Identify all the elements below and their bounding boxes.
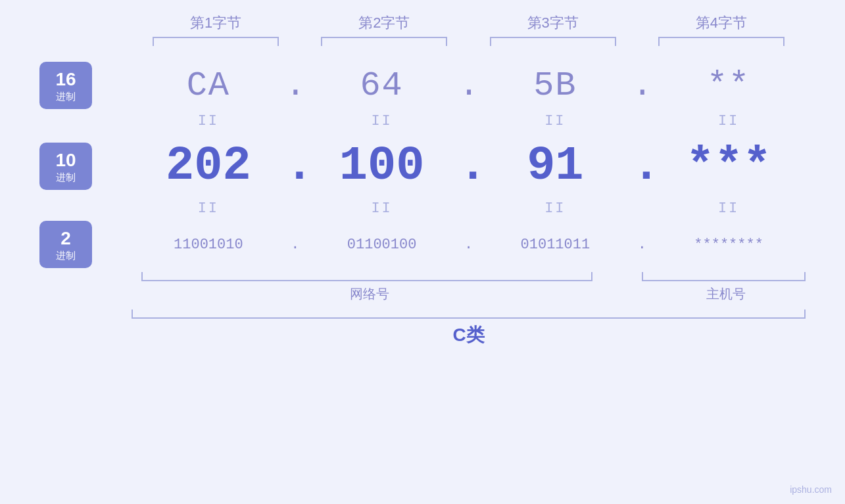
network-label: 网络号 — [350, 286, 389, 301]
hex-badge: 16 进制 — [39, 62, 92, 109]
eq1-3: II — [479, 113, 633, 129]
top-brackets — [39, 37, 806, 46]
dec-v4: *** — [686, 139, 771, 193]
dec-values: 202 . 100 . 91 . *** — [132, 139, 806, 193]
bin-v2: 01100100 — [347, 237, 417, 253]
dec-badge-num: 10 — [55, 149, 76, 172]
eq2-4: II — [652, 200, 806, 217]
dec-v2: 100 — [339, 139, 425, 193]
network-host-labels: 网络号 主机号 — [39, 285, 806, 303]
bin-v1: 11001010 — [174, 237, 243, 253]
hex-row: 16 进制 CA . 64 . 5B . ** — [39, 59, 806, 112]
main-container: 第1字节 第2字节 第3字节 第4字节 16 进制 CA . 64 . 5B .… — [0, 0, 845, 504]
hex-v3: 5B — [533, 66, 577, 105]
hex-v4: ** — [707, 66, 750, 105]
byte-headers: 第1字节 第2字节 第3字节 第4字节 — [39, 13, 806, 37]
byte1-header: 第1字节 — [132, 13, 300, 37]
bin-badge-unit: 进制 — [56, 250, 76, 262]
network-bracket — [141, 272, 592, 281]
network-label-cell: 网络号 — [132, 285, 627, 303]
hex-badge-unit: 进制 — [56, 91, 76, 103]
hex-v2: 64 — [360, 66, 403, 105]
bracket-top-2 — [321, 37, 447, 46]
bin-v3: 01011011 — [521, 237, 591, 253]
host-label-cell: 主机号 — [647, 285, 806, 303]
bottom-brackets-row — [39, 272, 806, 281]
eq1-2: II — [305, 113, 459, 129]
hex-d1: . — [285, 66, 306, 105]
byte2-header: 第2字节 — [300, 13, 468, 37]
bracket-top-3 — [490, 37, 616, 46]
hex-badge-num: 16 — [55, 68, 76, 91]
dec-v1: 202 — [166, 139, 251, 193]
byte3-header: 第3字节 — [469, 13, 637, 37]
eq1-1: II — [132, 113, 285, 129]
eq2-3: II — [479, 200, 633, 217]
bin-row: 2 进制 11001010 . 01100100 . 01011011 . **… — [39, 221, 806, 268]
network-bracket-container — [132, 272, 622, 281]
eq2-1: II — [132, 200, 285, 217]
dec-badge-unit: 进制 — [56, 172, 76, 183]
watermark: ipshu.com — [790, 484, 832, 495]
class-bracket-row — [39, 309, 806, 319]
bin-d3: . — [638, 237, 646, 253]
hex-v1: CA — [187, 66, 230, 105]
label-spacer — [627, 285, 647, 303]
class-label: C类 — [452, 323, 484, 348]
hex-d2: . — [459, 66, 479, 105]
eq2-2: II — [305, 200, 459, 217]
hex-d3: . — [632, 66, 652, 105]
eq1-4: II — [652, 113, 806, 129]
bin-d2: . — [464, 237, 473, 253]
equals-row-1: II II II II — [39, 113, 806, 129]
bin-v4: ******** — [694, 237, 763, 253]
class-bracket — [132, 309, 806, 319]
equals-row-2: II II II II — [39, 200, 806, 217]
dec-badge: 10 进制 — [39, 143, 92, 190]
bracket-top-4 — [658, 37, 785, 46]
bin-badge-num: 2 — [60, 227, 71, 250]
host-bracket-container — [642, 272, 806, 281]
dec-v3: 91 — [527, 139, 583, 193]
dec-row: 10 进制 202 . 100 . 91 . *** — [39, 133, 806, 199]
host-bracket — [642, 272, 806, 281]
byte4-header: 第4字节 — [637, 13, 806, 37]
bracket-top-1 — [153, 37, 279, 46]
bin-values: 11001010 . 01100100 . 01011011 . *******… — [132, 237, 806, 253]
bin-badge: 2 进制 — [39, 221, 92, 268]
class-label-row: C类 — [39, 323, 806, 348]
hex-values: CA . 64 . 5B . ** — [132, 66, 806, 105]
bin-d1: . — [291, 237, 299, 253]
host-label: 主机号 — [706, 286, 746, 301]
